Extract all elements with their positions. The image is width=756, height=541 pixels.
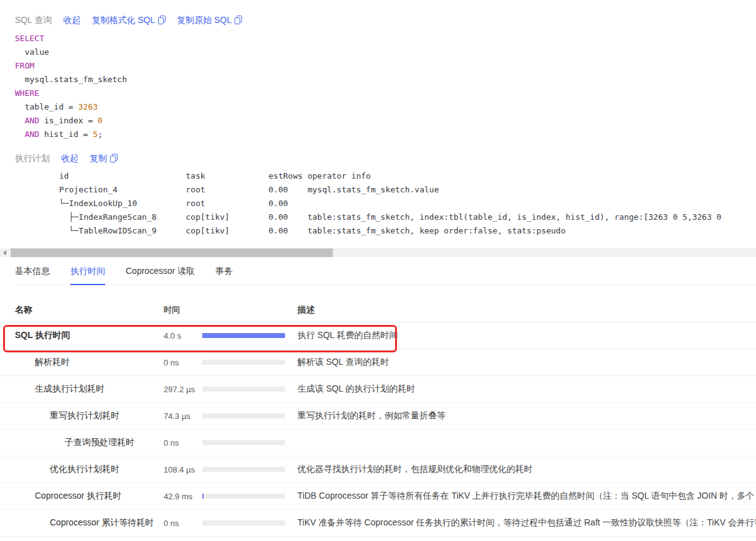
timing-row-desc: 执行 SQL 耗费的自然时间 xyxy=(297,330,756,341)
copy-formatted-sql-link[interactable]: 复制格式化 SQL xyxy=(91,14,166,26)
tab-item[interactable]: 事务 xyxy=(215,265,233,285)
bar-track xyxy=(202,333,285,338)
tab-active[interactable]: 执行时间 xyxy=(70,265,105,285)
bar-track xyxy=(202,467,285,472)
timing-row-name: 解析耗时 xyxy=(0,357,164,368)
timing-row-bar xyxy=(202,413,285,418)
timing-row-bar xyxy=(202,360,285,365)
copy-raw-sql-label: 复制原始 SQL xyxy=(177,14,231,26)
execution-plan-section: 执行计划 收起 复制 id task estRows operator info… xyxy=(0,152,756,238)
copy-raw-sql-link[interactable]: 复制原始 SQL xyxy=(177,14,242,26)
timing-row-name: Coprocessor 累计等待耗时 xyxy=(0,517,164,529)
timing-row-bar xyxy=(202,440,285,445)
bar-fill xyxy=(202,494,203,499)
slow-query-detail-page: SQL 查询 收起 复制格式化 SQL 复制原始 SQL xyxy=(0,0,756,537)
scroll-left-button[interactable] xyxy=(0,248,9,257)
bar-track xyxy=(202,360,285,365)
execution-plan-title: 执行计划 xyxy=(15,152,50,164)
timing-row-name: Coprocessor 执行耗时 xyxy=(0,491,164,502)
timing-row-time: 4.0 s xyxy=(164,331,202,341)
copy-icon xyxy=(235,16,242,24)
timing-row-time: 0 ns xyxy=(164,519,202,528)
timing-row-name: 重写执行计划耗时 xyxy=(0,410,164,421)
timing-row-desc: TiKV 准备并等待 Coprocessor 任务执行的累计时间，等待过程中包括… xyxy=(297,517,756,529)
copy-icon xyxy=(158,16,166,24)
copy-formatted-sql-label: 复制格式化 SQL xyxy=(91,14,155,26)
timing-row: Coprocessor 执行耗时42.9 msTiDB Coprocessor … xyxy=(0,483,756,510)
timing-table-body: SQL 执行时间4.0 s执行 SQL 耗费的自然时间解析耗时0 ns解析该 S… xyxy=(0,322,756,537)
bar-track xyxy=(202,387,285,392)
timing-row-time: 297.2 µs xyxy=(164,385,202,394)
tab-item[interactable]: Coprocessor 读取 xyxy=(126,265,195,285)
timing-row-name: 子查询预处理耗时 xyxy=(0,437,164,448)
sql-collapse-link[interactable]: 收起 xyxy=(63,14,80,26)
timing-row: Coprocessor 累计等待耗时0 nsTiKV 准备并等待 Coproce… xyxy=(0,510,756,537)
timing-row-desc: 解析该 SQL 查询的耗时 xyxy=(297,357,756,368)
timing-row-bar xyxy=(202,494,285,499)
bar-track xyxy=(202,440,285,445)
timing-row-name: SQL 执行时间 xyxy=(0,330,164,341)
timing-row-time: 74.3 µs xyxy=(164,412,202,421)
timing-row-time: 0 ns xyxy=(164,358,202,367)
timing-row-time: 0 ns xyxy=(164,438,202,448)
timing-table-header: 名称 时间 描述 xyxy=(0,298,756,322)
timing-row-name: 生成执行计划耗时 xyxy=(0,383,164,395)
sql-query-title: SQL 查询 xyxy=(15,14,52,26)
timing-row-bar xyxy=(202,387,285,392)
scrollbar-thumb[interactable] xyxy=(11,248,333,257)
copy-icon xyxy=(110,154,118,162)
bar-track xyxy=(202,520,285,525)
tab-item[interactable]: 基本信息 xyxy=(15,265,50,285)
header-desc: 描述 xyxy=(297,304,756,316)
timing-row-bar xyxy=(202,520,285,525)
sql-code-block: SELECT value FROM mysql.stats_fm_sketch … xyxy=(15,32,756,141)
timing-row-bar xyxy=(202,467,285,472)
timing-row: 生成执行计划耗时297.2 µs生成该 SQL 的执行计划的耗时 xyxy=(0,376,756,403)
timing-row-desc: 重写执行计划的耗时，例如常量折叠等 xyxy=(297,410,756,421)
horizontal-scrollbar[interactable] xyxy=(0,248,756,257)
header-time: 时间 xyxy=(164,304,202,316)
bar-track xyxy=(202,494,285,499)
plan-copy-label: 复制 xyxy=(90,152,107,164)
execution-plan-text: id task estRows operator info Projection… xyxy=(0,169,756,238)
timing-table: 名称 时间 描述 SQL 执行时间4.0 s执行 SQL 耗费的自然时间解析耗时… xyxy=(0,298,756,537)
detail-tabs: 基本信息执行时间Coprocessor 读取事务 xyxy=(15,265,756,285)
execution-plan-header: 执行计划 收起 复制 xyxy=(15,152,756,164)
sql-query-header: SQL 查询 收起 复制格式化 SQL 复制原始 SQL xyxy=(15,14,756,26)
header-name: 名称 xyxy=(0,304,164,316)
timing-row: 优化执行计划耗时108.4 µs优化器寻找执行计划的耗时，包括规则优化和物理优化… xyxy=(0,456,756,483)
timing-row-time: 108.4 µs xyxy=(164,465,202,474)
timing-row-bar xyxy=(202,333,285,338)
plan-collapse-link[interactable]: 收起 xyxy=(61,152,78,164)
bar-track xyxy=(202,413,285,418)
timing-row-time: 42.9 ms xyxy=(164,492,202,501)
plan-copy-link[interactable]: 复制 xyxy=(90,152,118,164)
timing-row-desc: TiDB Coprocessor 算子等待所有任务在 TiKV 上并行执行完毕耗… xyxy=(297,491,756,502)
timing-row-desc: 生成该 SQL 的执行计划的耗时 xyxy=(297,383,756,395)
timing-row: SQL 执行时间4.0 s执行 SQL 耗费的自然时间 xyxy=(0,322,756,349)
bar-fill xyxy=(202,333,285,338)
sql-query-section: SQL 查询 收起 复制格式化 SQL 复制原始 SQL xyxy=(0,14,756,141)
timing-row: 重写执行计划耗时74.3 µs重写执行计划的耗时，例如常量折叠等 xyxy=(0,403,756,430)
left-arrow-icon xyxy=(3,250,6,255)
timing-row: 解析耗时0 ns解析该 SQL 查询的耗时 xyxy=(0,349,756,376)
timing-row-name: 优化执行计划耗时 xyxy=(0,464,164,475)
timing-row: 子查询预处理耗时0 ns xyxy=(0,430,756,456)
timing-row-desc: 优化器寻找执行计划的耗时，包括规则优化和物理优化的耗时 xyxy=(297,464,756,475)
